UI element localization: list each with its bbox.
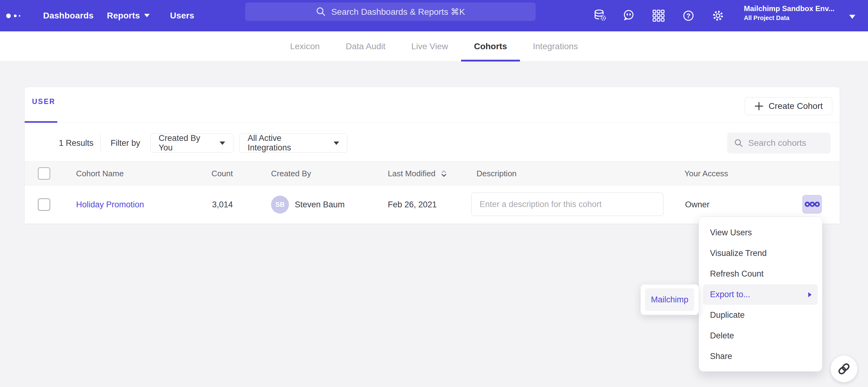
menu-item-label: Export to... — [710, 290, 750, 299]
tab-label: Data Audit — [346, 41, 385, 51]
column-header-description[interactable]: Description — [476, 162, 517, 186]
cohorts-card: USER Create Cohort 1 Results Filter by C… — [24, 87, 840, 224]
sort-icon — [441, 170, 447, 177]
tab-label: Integrations — [533, 41, 578, 51]
nav-item-dashboards[interactable]: Dashboards — [43, 0, 94, 31]
results-count: 1 Results — [59, 134, 94, 152]
submenu-item-mailchimp[interactable]: Mailchimp — [645, 288, 694, 311]
integrations-filter-dropdown[interactable]: All Active Integrations — [239, 134, 347, 152]
plus-icon — [754, 102, 764, 111]
cohort-search-input[interactable] — [748, 138, 816, 148]
tab-lexicon[interactable]: Lexicon — [277, 31, 333, 62]
tab-live-view[interactable]: Live View — [398, 31, 461, 62]
column-header-label: Last Modified — [388, 169, 436, 178]
table-header-row: Cohort Name Count Created By Last Modifi… — [25, 161, 840, 185]
help-icon[interactable]: ? — [681, 8, 696, 23]
tab-user-cohorts[interactable]: USER — [32, 98, 56, 106]
tab-label: Lexicon — [290, 41, 320, 51]
more-dots-icon — [804, 201, 820, 207]
tab-label: Cohorts — [474, 41, 507, 51]
settings-gear-icon[interactable] — [711, 8, 725, 23]
create-cohort-button[interactable]: Create Cohort — [745, 97, 832, 115]
active-tab-underline — [25, 121, 57, 123]
menu-item-view-users[interactable]: View Users — [699, 222, 822, 243]
tab-integrations[interactable]: Integrations — [520, 31, 591, 62]
create-cohort-label: Create Cohort — [769, 101, 823, 111]
column-header-cohort-name[interactable]: Cohort Name — [76, 162, 124, 186]
divider — [100, 134, 101, 152]
row-checkbox[interactable] — [38, 199, 50, 211]
svg-text:?: ? — [686, 12, 690, 20]
tab-label: Live View — [411, 41, 448, 51]
link-icon — [836, 361, 852, 377]
menu-item-export-to[interactable]: Export to... — [703, 284, 818, 305]
cohort-count: 3,014 — [173, 185, 233, 224]
nav-item-reports[interactable]: Reports — [107, 0, 150, 31]
project-scope: All Project Data — [744, 13, 845, 22]
row-more-actions-button[interactable] — [802, 195, 822, 213]
tab-cohorts[interactable]: Cohorts — [461, 31, 520, 62]
chevron-down-icon — [220, 142, 225, 145]
dropdown-label: All Active Integrations — [248, 134, 327, 152]
menu-item-duplicate[interactable]: Duplicate — [699, 305, 822, 325]
secondary-navbar: Lexicon Data Audit Live View Cohorts Int… — [0, 31, 868, 62]
menu-item-share[interactable]: Share — [699, 346, 822, 367]
menu-item-delete[interactable]: Delete — [699, 325, 822, 346]
top-navbar: Dashboards Reports Users Search Dashboar… — [0, 0, 868, 31]
creator-avatar: SB — [271, 196, 289, 213]
divider — [25, 122, 840, 123]
row-actions-context-menu: View Users Visualize Trend Refresh Count… — [699, 217, 823, 372]
cohort-search-box — [727, 133, 831, 153]
cohort-name-link[interactable]: Holiday Promotion — [76, 185, 144, 224]
project-name: Mailchimp Sandbox Env... — [744, 4, 845, 13]
search-icon — [316, 6, 326, 17]
menu-item-refresh-count[interactable]: Refresh Count — [699, 263, 822, 284]
column-header-your-access[interactable]: Your Access — [684, 162, 728, 186]
feedback-icon[interactable] — [621, 8, 636, 23]
last-modified-date: Feb 26, 2021 — [388, 185, 437, 224]
copy-link-floating-button[interactable] — [830, 355, 858, 382]
column-header-created-by[interactable]: Created By — [271, 162, 311, 186]
dropdown-label: Created By You — [159, 134, 213, 152]
chevron-down-icon — [334, 142, 339, 145]
creator-name: Steven Baum — [295, 185, 345, 224]
nav-item-users[interactable]: Users — [170, 0, 194, 31]
apps-grid-icon[interactable] — [651, 8, 666, 23]
global-search-placeholder: Search Dashboards & Reports ⌘K — [331, 7, 465, 17]
search-icon — [734, 138, 743, 148]
select-all-checkbox[interactable] — [38, 167, 50, 180]
nav-item-label: Reports — [107, 11, 140, 20]
data-management-icon[interactable] — [593, 8, 608, 23]
column-header-last-modified[interactable]: Last Modified — [388, 162, 447, 186]
tab-data-audit[interactable]: Data Audit — [333, 31, 398, 62]
mixpanel-logo-icon[interactable] — [6, 0, 34, 31]
submenu-arrow-icon — [808, 292, 812, 297]
filter-by-label: Filter by — [111, 134, 140, 152]
nav-item-label: Users — [170, 11, 194, 20]
project-selector[interactable]: Mailchimp Sandbox Env... All Project Dat… — [744, 4, 845, 22]
nav-item-label: Dashboards — [43, 11, 94, 20]
menu-item-visualize-trend[interactable]: Visualize Trend — [699, 243, 822, 263]
global-search-bar[interactable]: Search Dashboards & Reports ⌘K — [245, 2, 536, 21]
description-input[interactable] — [471, 192, 663, 216]
column-header-count[interactable]: Count — [173, 162, 233, 186]
chevron-down-icon — [144, 14, 150, 17]
project-chevron-down-icon[interactable] — [849, 15, 856, 19]
created-by-filter-dropdown[interactable]: Created By You — [150, 134, 234, 152]
export-submenu: Mailchimp — [640, 284, 699, 315]
